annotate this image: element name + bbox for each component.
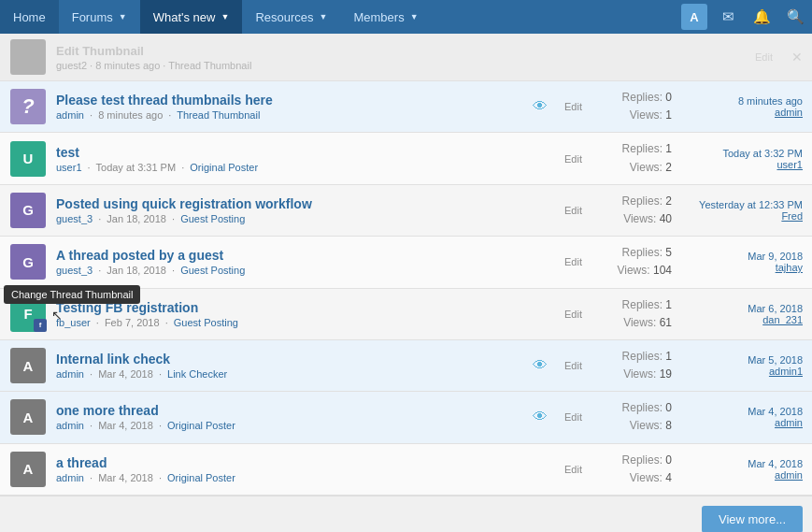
thread-tag[interactable]: Guest Posting xyxy=(180,213,245,224)
stats-cell: Replies: 1 Views: 2 xyxy=(597,140,672,176)
thread-row: F f Testing FB registration fb_user · Fe… xyxy=(0,289,812,340)
thread-time: Mar 4, 2018 xyxy=(98,420,153,431)
last-post-user[interactable]: tajhay xyxy=(681,262,803,273)
watched-icon: 👁 xyxy=(533,409,548,425)
watched-icon: 👁 xyxy=(533,357,548,374)
edit-button[interactable]: Edit xyxy=(559,307,588,322)
edit-button[interactable]: Edit xyxy=(559,99,588,114)
edit-button[interactable]: Edit xyxy=(559,358,588,373)
nav-home-label: Home xyxy=(13,10,46,24)
author-link[interactable]: guest_3 xyxy=(56,265,93,276)
thread-tag[interactable]: Guest Posting xyxy=(180,265,245,276)
last-post-date: Mar 6, 2018 xyxy=(748,303,803,314)
thread-meta: guest_3 · Jan 18, 2018 · Guest Posting xyxy=(56,213,549,224)
thread-meta: guest_3 · Jan 18, 2018 · Guest Posting xyxy=(56,265,549,276)
views-label: Views: xyxy=(617,264,649,277)
nav-members[interactable]: Members ▼ xyxy=(340,0,431,34)
edit-button[interactable]: Edit xyxy=(559,151,588,166)
last-post-date: Yesterday at 12:33 PM xyxy=(699,199,803,210)
thread-time: Feb 7, 2018 xyxy=(105,317,160,328)
replies-label: Replies: xyxy=(622,246,662,259)
thread-tag[interactable]: Original Poster xyxy=(190,162,258,173)
last-post-user[interactable]: user1 xyxy=(681,159,803,170)
thread-row: G Posted using quick registration workfl… xyxy=(0,185,812,237)
stats-cell: Replies: 1 Views: 61 xyxy=(597,296,672,332)
last-post-user[interactable]: admin xyxy=(681,107,803,118)
edit-button[interactable]: Edit xyxy=(559,462,588,477)
thread-meta: admin · Mar 4, 2018 · Original Poster xyxy=(56,420,523,431)
thread-tag[interactable]: Original Poster xyxy=(167,420,235,431)
last-post-user[interactable]: admin xyxy=(681,417,803,428)
stats-cell: Replies: 5 Views: 104 xyxy=(597,244,672,280)
avatar-cell: ? xyxy=(9,89,47,124)
thread-tag[interactable]: Original Poster xyxy=(167,472,235,483)
thread-title[interactable]: one more thread xyxy=(56,403,523,418)
user-avatar: A xyxy=(10,348,46,383)
replies-label: Replies: xyxy=(622,91,662,104)
thread-title[interactable]: test xyxy=(56,145,549,160)
edit-button[interactable]: Edit xyxy=(559,203,588,218)
envelope-icon[interactable]: ✉ xyxy=(711,0,745,34)
nav-resources[interactable]: Resources ▼ xyxy=(242,0,340,34)
thread-tag[interactable]: Thread Thumbnail xyxy=(177,109,260,121)
nav-whats-new[interactable]: What's new ▼ xyxy=(140,0,243,34)
thread-time: Today at 3:31 PM xyxy=(96,162,177,173)
thread-title[interactable]: Internal link check xyxy=(56,352,523,367)
dot-separator2: · xyxy=(181,162,184,173)
thread-tag[interactable]: Guest Posting xyxy=(174,317,238,328)
ghost-avatar xyxy=(10,39,46,75)
dot-separator: · xyxy=(98,265,101,276)
views-count: 2 xyxy=(665,161,672,174)
thread-title[interactable]: A thread posted by a guest xyxy=(56,248,549,263)
ghost-thread-info: Edit Thumbnail guest2 · 8 minutes ago · … xyxy=(56,44,746,71)
thread-meta: fb_user · Feb 7, 2018 · Guest Posting xyxy=(56,317,549,328)
author-link[interactable]: admin xyxy=(56,368,84,380)
thread-row: A one more thread admin · Mar 4, 2018 · … xyxy=(0,392,812,443)
thread-meta: admin · Mar 4, 2018 · Original Poster xyxy=(56,472,549,483)
bell-icon[interactable]: 🔔 xyxy=(745,0,778,34)
thread-info: a thread admin · Mar 4, 2018 · Original … xyxy=(56,455,549,483)
author-link[interactable]: admin xyxy=(56,109,84,121)
thread-tag[interactable]: Link Checker xyxy=(167,368,227,380)
views-label: Views: xyxy=(630,419,662,432)
replies-count: 1 xyxy=(665,298,672,311)
thread-info: Testing FB registration fb_user · Feb 7,… xyxy=(56,300,549,328)
avatar[interactable]: A xyxy=(681,4,707,30)
thread-title[interactable]: Posted using quick registration workflow xyxy=(56,196,549,211)
views-label: Views: xyxy=(623,212,656,225)
last-post-user[interactable]: admin1 xyxy=(681,366,803,377)
last-post-date: 8 minutes ago xyxy=(738,95,803,107)
thread-title[interactable]: Testing FB registration xyxy=(56,300,549,315)
dot-separator2: · xyxy=(159,420,162,431)
cursor: ↖ xyxy=(51,308,63,323)
author-link[interactable]: guest_3 xyxy=(56,213,93,224)
thread-title[interactable]: Please test thread thumbnails here xyxy=(56,93,523,108)
last-post-user[interactable]: dan_231 xyxy=(681,314,803,325)
ghost-close-icon[interactable]: ✕ xyxy=(791,50,803,65)
stats-cell: Replies: 1 Views: 19 xyxy=(597,348,672,383)
ghost-edit[interactable]: Edit xyxy=(755,51,773,63)
edit-button[interactable]: Edit xyxy=(559,254,588,269)
search-icon[interactable]: 🔍 xyxy=(778,0,812,34)
views-count: 4 xyxy=(665,471,672,484)
author-link[interactable]: admin xyxy=(56,420,84,431)
thread-title[interactable]: a thread xyxy=(56,455,549,470)
thread-time: 8 minutes ago xyxy=(98,109,163,121)
last-post-user[interactable]: Fred xyxy=(681,210,803,222)
author-link[interactable]: user1 xyxy=(56,162,82,173)
edit-button[interactable]: Edit xyxy=(559,410,588,424)
replies-label: Replies: xyxy=(622,401,662,414)
last-post-user[interactable]: admin xyxy=(681,469,803,481)
nav-forums[interactable]: Forums ▼ xyxy=(59,0,140,34)
view-more-button[interactable]: View more... xyxy=(702,506,803,532)
avatar-cell: A xyxy=(9,399,47,435)
dot-separator2: · xyxy=(172,213,175,224)
author-link[interactable]: admin xyxy=(56,472,84,483)
nav-home[interactable]: Home xyxy=(0,0,59,34)
ghost-title: Edit Thumbnail xyxy=(56,44,144,58)
replies-label: Replies: xyxy=(622,194,662,208)
nav-resources-label: Resources xyxy=(255,10,313,24)
views-count: 8 xyxy=(665,419,672,432)
fb-overlay-icon: f xyxy=(34,319,47,332)
nav-resources-caret: ▼ xyxy=(320,12,328,22)
